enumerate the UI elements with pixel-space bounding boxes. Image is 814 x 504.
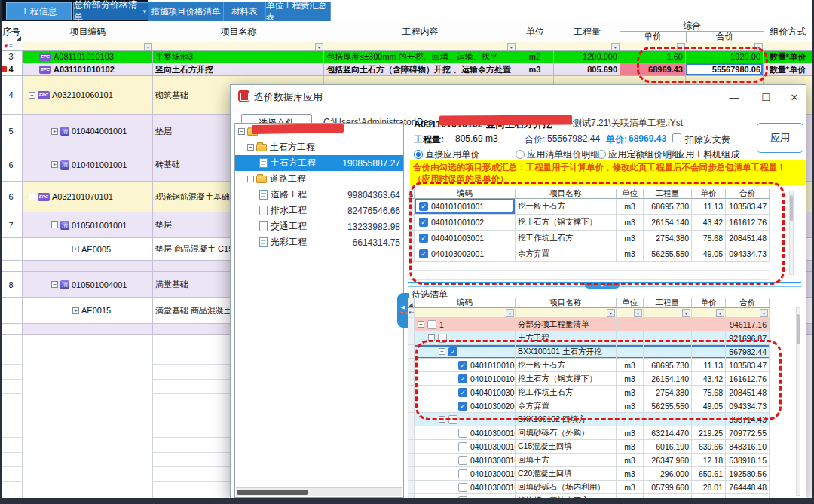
expander-icon[interactable]: + — [72, 307, 79, 314]
dialog-title: 造价数据库应用 — [254, 90, 323, 104]
tree-item-土石方工程[interactable]: −土石方工程 — [235, 139, 403, 155]
header-content: 工程内容 — [324, 21, 517, 43]
tab-措施项目价格清单[interactable]: 措施项目价格清单 — [148, 2, 224, 21]
column-header: 项目名称 — [516, 298, 617, 308]
filter-cell[interactable]: ▼ — [692, 308, 726, 318]
filter-cell[interactable]: ▼ — [415, 308, 516, 318]
folder-icon — [256, 176, 267, 183]
expander-icon[interactable]: − — [29, 92, 35, 99]
dropdown-icon[interactable]: ▼ — [506, 309, 514, 317]
expander-icon[interactable]: + — [51, 128, 58, 135]
deduct-checkbox[interactable] — [672, 133, 681, 143]
header-qty: 工程量 — [554, 21, 621, 43]
dropdown-icon[interactable]: ▼ — [144, 43, 152, 51]
pending-table-scrollbar[interactable] — [796, 307, 800, 496]
selected-table-scrollbar[interactable] — [789, 191, 794, 275]
checkbox-unchecked-icon[interactable] — [458, 469, 467, 478]
row-total: 764448.48 — [726, 481, 770, 494]
dropdown-icon[interactable]: ▼ — [315, 43, 323, 51]
table-row[interactable]: 040103000105回填砂砾石（场内利用）m305799.66028.017… — [408, 481, 770, 494]
radio-icon[interactable] — [665, 150, 674, 159]
minimize-icon[interactable]: — — [723, 89, 745, 105]
table-row[interactable]: 040103000104C20混凝土回填m3296.000650.6119258… — [408, 467, 770, 481]
row-price: 639.66 — [692, 440, 726, 454]
tree-item-排水工程[interactable]: 排水工程82476546.66 — [235, 203, 403, 218]
checkbox-unchecked-icon[interactable] — [458, 442, 467, 451]
tree-item-土石方工程[interactable]: 土石方工程190855887.27 — [235, 155, 403, 171]
total-label: 合价: — [525, 133, 545, 146]
filter-cell[interactable]: ▼ — [644, 308, 692, 318]
header-group: 综合 单价 合价 — [620, 21, 764, 43]
filter-cell[interactable]: ▼ — [726, 308, 770, 318]
row-unit: m3 — [617, 440, 644, 454]
expander-icon[interactable]: + — [72, 246, 79, 252]
tab-工程信息[interactable]: 工程信息 — [6, 2, 72, 20]
tab-总价部分价格清单[interactable]: 总价部分价格清单▼ — [73, 2, 148, 20]
dropdown-icon[interactable]: ▼ — [634, 309, 642, 317]
filter-cell[interactable]: ▼ — [153, 42, 325, 51]
filter-cell[interactable]: ▼ — [617, 308, 644, 318]
maximize-icon[interactable]: ☐ — [754, 89, 777, 105]
table-row[interactable]: 040103000102C15混凝土回填m36016.190639.668483… — [408, 440, 770, 454]
expander-icon[interactable]: − — [51, 281, 58, 288]
radio-icon[interactable] — [597, 150, 606, 159]
folder-icon — [256, 144, 267, 151]
chevron-down-icon[interactable]: ▼ — [142, 8, 148, 15]
checkbox-unchecked-icon[interactable] — [458, 483, 467, 492]
tree-item-光彩工程[interactable]: 光彩工程6614314.75 — [235, 234, 403, 250]
filter-cell[interactable]: ▼≡ — [0, 42, 23, 51]
dropdown-icon[interactable]: ▼ — [716, 309, 724, 317]
table-row[interactable]: 040103000103回填土方m326347.96012.18538918.1… — [408, 454, 770, 467]
filter-side-tab[interactable]: ◀▼= — [397, 293, 409, 328]
tree-item-道路工程[interactable]: 道路工程99804363.64 — [235, 187, 403, 203]
tree-item-道路工程[interactable]: −道路工程 — [235, 171, 403, 187]
radio-icon[interactable] — [414, 150, 423, 159]
row-header — [408, 467, 415, 481]
dropdown-icon[interactable]: ▼ — [507, 43, 516, 51]
expander-icon[interactable]: − — [51, 221, 58, 228]
expander-icon[interactable]: − — [418, 321, 424, 328]
filter-cell[interactable]: ▼ — [23, 42, 154, 51]
radio-直接应用单价[interactable]: 直接应用单价 — [414, 148, 479, 161]
scrollbar-thumb[interactable] — [790, 195, 793, 221]
checkbox-unchecked-icon[interactable] — [458, 429, 467, 438]
dropdown-icon[interactable]: ▼ — [607, 309, 615, 317]
expander-icon[interactable]: − — [29, 194, 35, 200]
dropdown-icon[interactable]: ▼ — [611, 43, 620, 51]
tree-item-交通工程[interactable]: 交通工程13233982.98 — [235, 218, 403, 234]
filter-cell[interactable] — [516, 42, 555, 51]
expander-icon[interactable]: − — [247, 176, 254, 182]
dropdown-icon[interactable]: ▼ — [682, 309, 690, 317]
table-row[interactable]: −1分部分项工程量清单946117.16 — [408, 318, 770, 331]
close-icon[interactable]: ✕ — [783, 89, 806, 105]
filter-cell[interactable]: ▼ — [324, 42, 517, 51]
expander-icon[interactable]: − — [247, 144, 254, 151]
tree-hscrollbar[interactable] — [236, 487, 402, 496]
row-seq: 4 — [0, 76, 23, 115]
filter-cell[interactable] — [764, 42, 813, 51]
radio-icon[interactable] — [516, 150, 525, 159]
radio-应用清单组价明细[interactable]: 应用清单组价明细 — [516, 148, 599, 161]
scrollbar-thumb[interactable] — [237, 490, 308, 495]
scrollbar-thumb[interactable] — [797, 314, 800, 344]
checkbox-unchecked-icon[interactable] — [427, 320, 436, 329]
expander-icon[interactable]: + — [51, 161, 58, 168]
filter-cell[interactable]: ▼ — [554, 42, 621, 51]
filter-cell[interactable]: ▼ — [516, 308, 617, 318]
apply-button[interactable]: 应用 — [757, 123, 803, 153]
sort-icon — [17, 36, 21, 41]
grid-line — [152, 335, 153, 498]
radio-应用工料机组成[interactable]: 应用工料机组成 — [665, 148, 739, 161]
tab-单位工程费汇总表[interactable]: 单位工程费汇总表 — [266, 2, 331, 21]
checkbox-icon[interactable] — [672, 133, 681, 142]
dropdown-icon[interactable]: ▼ — [760, 309, 768, 317]
row-code: +清010401001001 — [23, 148, 153, 182]
row-total: 192580.56 — [726, 467, 770, 481]
table-row[interactable]: 040103000101回填砂砾石（外购）m363214.470219.2570… — [408, 426, 770, 440]
tab-材料表[interactable]: 材料表 — [224, 2, 266, 21]
project-tree: −−土石方工程土石方工程190855887.27−道路工程道路工程9980436… — [234, 123, 404, 498]
code-text: 1 — [439, 320, 515, 329]
checkbox-unchecked-icon[interactable] — [458, 456, 467, 465]
expander-icon[interactable]: − — [238, 128, 245, 135]
annotation-box-pending-group — [415, 340, 782, 420]
